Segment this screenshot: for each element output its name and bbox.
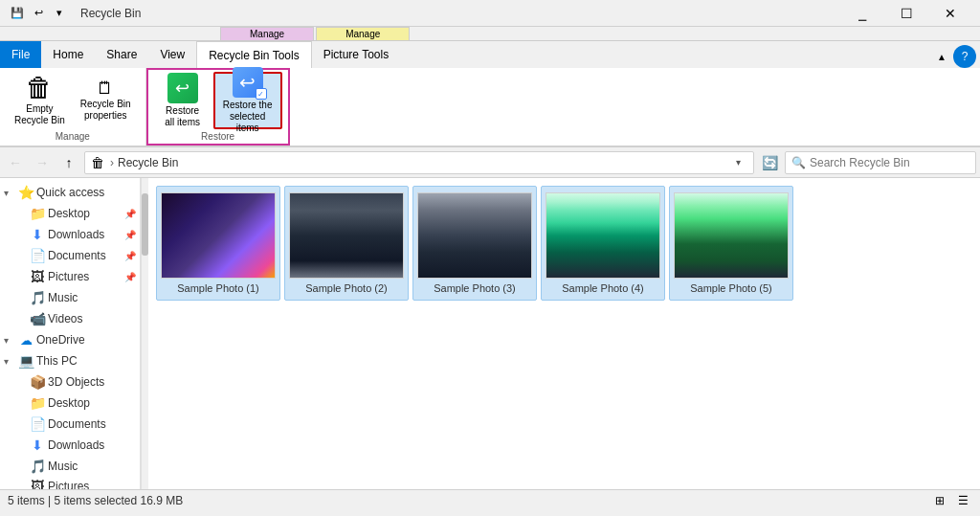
help-button[interactable]: ? — [953, 45, 976, 68]
tab-share[interactable]: Share — [95, 41, 148, 68]
restore-all-label: Restoreall items — [165, 105, 200, 128]
documents-pc-icon: 📄 — [30, 416, 45, 432]
sidebar-label-3d-objects: 3D Objects — [48, 375, 136, 389]
restore-group-label: Restore — [201, 131, 234, 142]
sidebar-label-desktop-pc: Desktop — [48, 396, 136, 410]
maximize-button[interactable]: ☐ — [884, 0, 928, 27]
documents-icon: 📄 — [30, 248, 45, 263]
sidebar-item-music[interactable]: 🎵 Music — [0, 287, 140, 308]
quick-access-icon: ⭐ — [18, 185, 33, 200]
sidebar-item-music-pc[interactable]: 🎵 Music — [0, 456, 140, 477]
ribbon-collapse-button[interactable]: ▲ — [934, 49, 949, 64]
file-item-photo3[interactable]: Sample Photo (3) — [412, 186, 537, 301]
save-qa-button[interactable]: 💾 — [8, 4, 27, 23]
sidebar-label-desktop: Desktop — [48, 207, 122, 220]
restore-selected-label: Restore theselected items — [221, 100, 275, 134]
properties-icon: 🗒 — [97, 79, 114, 97]
sidebar-item-documents-pc[interactable]: 📄 Documents — [0, 414, 140, 435]
file-thumb-photo2 — [289, 192, 404, 279]
restore-selected-button[interactable]: ↩ ✓ Restore theselected items — [213, 72, 282, 129]
sidebar-item-pictures-pc[interactable]: 🖼 Pictures — [0, 477, 140, 489]
sidebar-label-documents: Documents — [48, 249, 122, 262]
search-icon: 🔍 — [791, 156, 806, 169]
ribbon: Manage Manage File Home Share View Recyc… — [0, 27, 980, 147]
forward-button[interactable]: → — [31, 151, 54, 174]
file-item-photo5[interactable]: Sample Photo (5) — [669, 186, 793, 301]
close-button[interactable]: ✕ — [928, 0, 972, 27]
tab-view[interactable]: View — [148, 41, 196, 68]
main-layout: ▾ ⭐ Quick access 📁 Desktop 📌 ⬇ Downloads… — [0, 178, 980, 489]
sidebar-item-quick-access[interactable]: ▾ ⭐ Quick access — [0, 182, 140, 203]
empty-recycle-bin-button[interactable]: 🗑 EmptyRecycle Bin — [8, 72, 72, 129]
properties-label: Recycle Binproperties — [80, 99, 131, 122]
file-thumb-photo3 — [417, 192, 532, 279]
sidebar-item-documents[interactable]: 📄 Documents 📌 — [0, 245, 140, 266]
sidebar-item-desktop[interactable]: 📁 Desktop 📌 — [0, 203, 140, 224]
path-recycle-icon: 🗑 — [91, 155, 104, 170]
up-button[interactable]: ↑ — [57, 151, 80, 174]
tab-home[interactable]: Home — [41, 41, 95, 68]
tab-file[interactable]: File — [0, 41, 41, 68]
file-item-photo4[interactable]: Sample Photo (4) — [541, 186, 665, 301]
sidebar-label-onedrive: OneDrive — [36, 333, 136, 347]
sidebar: ▾ ⭐ Quick access 📁 Desktop 📌 ⬇ Downloads… — [0, 178, 141, 489]
title-bar: 💾 ↩ ▾ Recycle Bin ⎯ ☐ ✕ — [0, 0, 980, 27]
customize-qa-button[interactable]: ▾ — [50, 4, 69, 23]
quick-access-chevron: ▾ — [4, 188, 15, 198]
ribbon-group-manage: 🗑 EmptyRecycle Bin 🗒 Recycle Binproperti… — [0, 68, 146, 146]
tab-picture-tools[interactable]: Picture Tools — [312, 41, 400, 68]
file-label-photo4: Sample Photo (4) — [562, 282, 644, 294]
sidebar-label-videos: Videos — [48, 312, 136, 325]
file-label-photo3: Sample Photo (3) — [434, 282, 516, 294]
sidebar-label-downloads-pc: Downloads — [48, 438, 136, 452]
file-label-photo2: Sample Photo (2) — [305, 282, 388, 294]
sidebar-item-3d-objects[interactable]: 📦 3D Objects — [0, 371, 140, 393]
sidebar-item-this-pc[interactable]: ▾ 💻 This PC — [0, 350, 140, 371]
this-pc-chevron: ▾ — [4, 356, 15, 367]
file-label-photo5: Sample Photo (5) — [690, 282, 772, 294]
sidebar-item-pictures[interactable]: 🖼 Pictures 📌 — [0, 266, 140, 287]
sidebar-label-pictures-pc: Pictures — [48, 480, 136, 489]
file-thumb-photo4 — [546, 192, 660, 279]
status-bar: 5 items | 5 items selected 16.9 MB ⊞ ☰ — [0, 489, 980, 510]
undo-qa-button[interactable]: ↩ — [29, 4, 48, 23]
address-path[interactable]: 🗑 › Recycle Bin ▾ — [84, 151, 754, 174]
sidebar-label-downloads: Downloads — [48, 228, 122, 241]
this-pc-icon: 💻 — [18, 353, 33, 369]
view-list-button[interactable]: ☰ — [953, 491, 972, 510]
address-dropdown-button[interactable]: ▾ — [728, 157, 747, 168]
empty-recycle-bin-label: EmptyRecycle Bin — [14, 103, 65, 126]
recycle-bin-properties-button[interactable]: 🗒 Recycle Binproperties — [74, 72, 138, 129]
tab-recycle-bin-tools[interactable]: Recycle Bin Tools — [196, 41, 312, 68]
file-item-photo2[interactable]: Sample Photo (2) — [284, 186, 409, 301]
videos-icon: 📹 — [30, 311, 45, 326]
search-box[interactable]: 🔍 — [785, 151, 976, 174]
sidebar-item-desktop-pc[interactable]: 📁 Desktop — [0, 393, 140, 414]
file-thumb-photo1 — [161, 192, 276, 279]
pictures-pin: 📌 — [124, 272, 136, 282]
search-input[interactable] — [810, 156, 953, 169]
back-button[interactable]: ← — [4, 151, 27, 174]
onedrive-icon: ☁ — [18, 332, 33, 348]
sidebar-label-documents-pc: Documents — [48, 417, 136, 431]
desktop-pc-icon: 📁 — [30, 395, 45, 411]
minimize-button[interactable]: ⎯ — [840, 0, 884, 27]
file-thumb-photo5 — [674, 192, 789, 279]
window-controls: ⎯ ☐ ✕ — [840, 0, 972, 27]
file-item-photo1[interactable]: Sample Photo (1) — [156, 186, 280, 301]
view-controls: ⊞ ☰ — [930, 491, 972, 510]
empty-recycle-bin-icon: 🗑 — [26, 75, 53, 101]
pictures-icon: 🖼 — [30, 269, 45, 284]
3d-objects-icon: 📦 — [30, 374, 45, 390]
sidebar-item-downloads-pc[interactable]: ⬇ Downloads — [0, 435, 140, 456]
restore-all-items-button[interactable]: ↩ Restoreall items — [154, 72, 212, 129]
sidebar-scrollbar[interactable] — [141, 178, 148, 489]
sidebar-item-downloads[interactable]: ⬇ Downloads 📌 — [0, 224, 140, 245]
refresh-button[interactable]: 🔄 — [758, 151, 781, 174]
sidebar-item-videos[interactable]: 📹 Videos — [0, 308, 140, 329]
sidebar-label-quick-access: Quick access — [36, 186, 136, 199]
view-large-icons-button[interactable]: ⊞ — [930, 491, 949, 510]
sidebar-item-onedrive[interactable]: ▾ ☁ OneDrive — [0, 329, 140, 350]
downloads-icon: ⬇ — [30, 227, 45, 242]
sidebar-scrollbar-thumb — [142, 193, 148, 256]
